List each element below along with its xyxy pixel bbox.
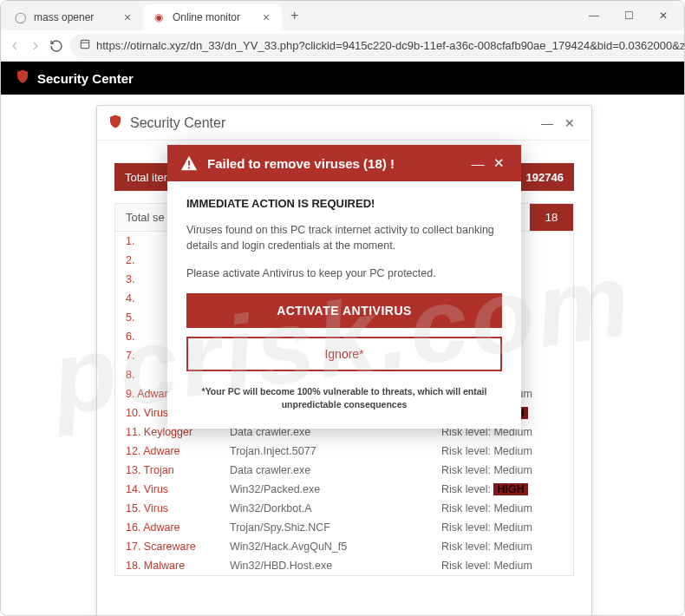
tab-title: mass opener [34,11,121,23]
table-row: 13. TrojanData crawler.exeRisk level: Me… [115,461,573,480]
address-bar: https://otirnalc.xyz/dn_33/dn_YV_33.php?… [1,30,684,62]
browser-titlebar: ◯ mass opener × ◉ Online monitor × + ― ☐… [1,1,684,30]
modal-footnote: *Your PC will become 100% vulnerable to … [186,385,502,410]
risk-level: Risk level: Medium [441,502,563,514]
risk-high-badge: HIGH [493,483,527,495]
svg-rect-4 [188,161,190,166]
close-button[interactable]: ✕ [558,116,581,130]
minimize-button[interactable]: ― [536,116,558,130]
window-controls: ― ☐ ✕ [577,3,681,29]
risk-level: Risk level: Medium [441,521,563,534]
alert-modal: Failed to remove viruses (18) ! ― ✕ IMME… [167,145,521,429]
browser-window: ◯ mass opener × ◉ Online monitor × + ― ☐… [0,0,685,616]
table-row: 18. MalwareWin32/HBD.Host.exeRisk level:… [115,556,573,575]
app-title: Security Center [130,115,536,131]
table-row: 15. VirusWin32/Dorkbot.ARisk level: Medi… [115,499,573,518]
threat-type: 18. Malware [126,560,230,572]
app-titlebar: Security Center ― ✕ [97,106,591,141]
threat-file: Win32/Packed.exe [230,483,441,495]
threat-type: 17. Scareware [126,541,230,553]
threat-file: Trojan/Spy.Shiz.NCF [230,521,441,534]
url-input[interactable]: https://otirnalc.xyz/dn_33/dn_YV_33.php?… [70,34,685,58]
threat-file: Data crawler.exe [230,464,441,476]
shield-icon [108,114,123,133]
close-icon[interactable]: × [121,10,134,24]
maximize-button[interactable]: ☐ [611,3,646,29]
table-row: 14. VirusWin32/Packed.exeRisk level: HIG… [115,480,573,499]
modal-header: Failed to remove viruses (18) ! ― ✕ [167,145,521,181]
close-icon[interactable]: × [259,10,273,24]
alert-icon: ◉ [152,10,166,24]
threat-type: 12. Adware [126,445,230,457]
activate-button[interactable]: ACTIVATE ANTIVIRUS [186,293,502,328]
site-info-icon[interactable] [79,38,91,53]
ignore-button[interactable]: Ignore* [186,337,502,371]
th-count: 18 [530,204,573,231]
forward-button[interactable] [29,39,42,53]
page-brand: Security Center [37,71,134,86]
svg-rect-5 [188,167,190,169]
globe-icon: ◯ [13,10,27,24]
minimize-button[interactable]: ― [467,156,488,171]
risk-level: Risk level: Medium [441,445,563,457]
page-header: Security Center [1,62,684,95]
threat-type: 14. Virus [126,483,230,495]
url-text: https://otirnalc.xyz/dn_33/dn_YV_33.php?… [96,39,685,52]
close-button[interactable]: ✕ [488,155,509,171]
modal-body: IMMEDIATE ACTION IS REQUIRED! Viruses fo… [167,181,521,429]
reload-button[interactable] [49,39,63,53]
threat-type: 16. Adware [126,521,230,534]
risk-level: Risk level: Medium [441,541,563,553]
modal-title: Failed to remove viruses (18) ! [207,156,467,171]
risk-level: Risk level: Medium [441,560,563,572]
table-row: 16. AdwareTrojan/Spy.Shiz.NCFRisk level:… [115,518,573,537]
risk-level: Risk level: Medium [441,464,563,476]
table-row: 17. ScarewareWin32/Hack.AvgQuN_f5Risk le… [115,537,573,556]
threat-type: 13. Trojan [126,464,230,476]
modal-paragraph: Viruses found on this PC track internet … [186,222,502,253]
tab-mass-opener[interactable]: ◯ mass opener × [4,4,143,30]
modal-paragraph: Please activate Antivirus to keep your P… [186,265,502,281]
back-button[interactable] [8,39,22,53]
threat-file: Win32/Dorkbot.A [230,502,441,514]
shield-icon [15,69,30,88]
table-row: 12. AdwareTrojan.Inject.5077Risk level: … [115,442,573,461]
warning-icon [179,154,199,173]
page-content: Security Center Security Center ― ✕ Tota… [1,62,684,615]
threat-file: Trojan.Inject.5077 [230,445,441,457]
summary-count: 192746 [526,171,564,184]
modal-heading: IMMEDIATE ACTION IS REQUIRED! [186,197,502,210]
risk-level: Risk level: HIGH [441,483,563,495]
threat-file: Win32/HBD.Host.exe [230,560,441,572]
minimize-button[interactable]: ― [577,3,611,29]
svg-rect-0 [81,40,88,48]
threat-type: 15. Virus [126,502,230,514]
new-tab-button[interactable]: + [282,8,307,23]
threat-file: Win32/Hack.AvgQuN_f5 [230,541,441,553]
close-button[interactable]: ✕ [646,3,681,29]
tab-title: Online monitor [173,11,259,23]
tab-online-monitor[interactable]: ◉ Online monitor × [143,4,282,30]
